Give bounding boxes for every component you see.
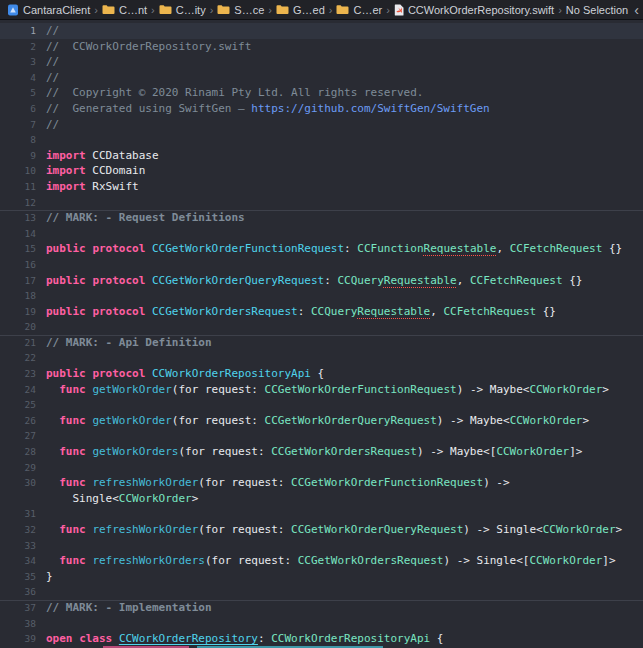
breadcrumb-label: No Selection	[566, 4, 628, 16]
line-number[interactable]: 4	[0, 70, 40, 86]
line-number[interactable]: 17	[0, 273, 40, 289]
breadcrumb-item-2[interactable]: C…ity	[159, 4, 206, 16]
line-number[interactable]: 35	[0, 569, 40, 585]
code-line[interactable]: 37// MARK: - Implementation	[0, 600, 643, 616]
line-number[interactable]: 27	[0, 428, 40, 444]
line-number[interactable]: 36	[0, 584, 40, 600]
code-line[interactable]: 15public protocol CCGetWorkOrderFunction…	[0, 241, 643, 257]
code-line[interactable]: 29	[0, 460, 643, 476]
project-icon	[7, 4, 19, 16]
code-line[interactable]: 32 func refreshWorkOrder(for request: CC…	[0, 522, 643, 538]
code-line[interactable]: 1//	[0, 23, 643, 39]
line-number[interactable]: 32	[0, 522, 40, 538]
code-text: }	[40, 569, 53, 585]
line-number[interactable]: 18	[0, 288, 40, 304]
breadcrumb-item-1[interactable]: C…nt	[102, 4, 147, 16]
line-number[interactable]: 23	[0, 366, 40, 382]
code-line[interactable]: 3//	[0, 54, 643, 70]
code-line[interactable]: 24 func getWorkOrder(for request: CCGetW…	[0, 382, 643, 398]
code-line[interactable]: 17public protocol CCGetWorkOrderQueryReq…	[0, 273, 643, 289]
code-line[interactable]: 12	[0, 195, 643, 211]
line-number[interactable]: 39	[0, 631, 40, 647]
code-line[interactable]: 10import CCDomain	[0, 163, 643, 179]
code-line[interactable]: 38	[0, 616, 643, 632]
code-line[interactable]: 23public protocol CCWorkOrderRepositoryA…	[0, 366, 643, 382]
line-number[interactable]: 15	[0, 241, 40, 257]
line-number[interactable]: 29	[0, 460, 40, 476]
folder-icon	[159, 4, 172, 15]
breadcrumb-item-4[interactable]: G…ed	[276, 4, 325, 16]
line-number[interactable]: 24	[0, 382, 40, 398]
code-line[interactable]: 5// Copyright © 2020 Rinami Pty Ltd. All…	[0, 85, 643, 101]
code-line[interactable]: 28 func getWorkOrders(for request: CCGet…	[0, 444, 643, 460]
code-editor[interactable]: 1//2// CCWorkOrderRepository.swift3//4//…	[0, 20, 643, 647]
line-number[interactable]: 9	[0, 148, 40, 164]
line-number[interactable]: 6	[0, 101, 40, 117]
breadcrumb-separator-icon: ›	[93, 4, 99, 16]
line-number[interactable]: 22	[0, 350, 40, 366]
code-line[interactable]: 20	[0, 319, 643, 335]
line-number[interactable]: 26	[0, 413, 40, 429]
code-line[interactable]: 13// MARK: - Request Definitions	[0, 210, 643, 226]
line-number[interactable]: 2	[0, 39, 40, 55]
code-text: Single<CCWorkOrder>	[40, 491, 198, 507]
line-number[interactable]: 30	[0, 475, 40, 491]
code-line[interactable]: 7//	[0, 117, 643, 133]
code-line[interactable]: 6// Generated using SwiftGen — https://g…	[0, 101, 643, 117]
code-line[interactable]: 16	[0, 257, 643, 273]
line-number[interactable]: 25	[0, 397, 40, 413]
line-number[interactable]: 8	[0, 132, 40, 148]
code-line-wrap[interactable]: Single<CCWorkOrder>	[0, 491, 643, 507]
line-number[interactable]: 10	[0, 163, 40, 179]
line-number[interactable]: 37	[0, 600, 40, 616]
line-number[interactable]: 5	[0, 85, 40, 101]
code-line[interactable]: 4//	[0, 70, 643, 86]
code-line[interactable]: 34 func refreshWorkOrders(for request: C…	[0, 553, 643, 569]
code-line[interactable]: 39open class CCWorkOrderRepository: CCWo…	[0, 631, 643, 647]
breadcrumb-item-0[interactable]: CantaraClient	[7, 4, 90, 16]
breadcrumb-item-file[interactable]: CCWorkOrderRepository.swift	[394, 4, 554, 16]
line-number[interactable]: 13	[0, 210, 40, 226]
line-number[interactable]: 1	[0, 23, 40, 39]
line-number[interactable]: 33	[0, 538, 40, 554]
code-line[interactable]: 18	[0, 288, 643, 304]
breadcrumb-separator-icon: ›	[385, 4, 391, 16]
line-number[interactable]: 34	[0, 553, 40, 569]
line-number[interactable]: 31	[0, 506, 40, 522]
code-line[interactable]: 35}	[0, 569, 643, 585]
code-line[interactable]: 9import CCDatabase	[0, 148, 643, 164]
code-line[interactable]: 25	[0, 397, 643, 413]
line-number[interactable]	[0, 491, 40, 507]
code-line[interactable]: 30 func refreshWorkOrder(for request: CC…	[0, 475, 643, 491]
line-number[interactable]: 11	[0, 179, 40, 195]
code-line[interactable]: 8	[0, 132, 643, 148]
line-number[interactable]: 19	[0, 304, 40, 320]
code-text: // CCWorkOrderRepository.swift	[40, 39, 251, 55]
related-items-chevron-icon[interactable]: ‹	[634, 3, 639, 17]
code-line[interactable]: 26 func getWorkOrder(for request: CCGetW…	[0, 413, 643, 429]
code-line[interactable]: 21// MARK: - Api Definition	[0, 335, 643, 351]
code-line[interactable]: 27	[0, 428, 643, 444]
code-text	[40, 288, 46, 304]
line-number[interactable]: 3	[0, 54, 40, 70]
breadcrumb-item-3[interactable]: S…ce	[217, 4, 264, 16]
code-line[interactable]: 22	[0, 350, 643, 366]
line-number[interactable]: 20	[0, 319, 40, 335]
line-number[interactable]: 21	[0, 335, 40, 351]
line-number[interactable]: 7	[0, 117, 40, 133]
code-line[interactable]: 31	[0, 506, 643, 522]
code-line[interactable]: 33	[0, 538, 643, 554]
line-number[interactable]: 38	[0, 616, 40, 632]
code-line[interactable]: 36	[0, 584, 643, 600]
code-line[interactable]: 14	[0, 226, 643, 242]
code-line[interactable]: 19public protocol CCGetWorkOrdersRequest…	[0, 304, 643, 320]
breadcrumb-item-5[interactable]: C…er	[336, 4, 382, 16]
breadcrumb-label: S…ce	[234, 4, 264, 16]
code-line[interactable]: 2// CCWorkOrderRepository.swift	[0, 39, 643, 55]
line-number[interactable]: 16	[0, 257, 40, 273]
breadcrumb-item-no-selection[interactable]: No Selection	[566, 4, 628, 16]
line-number[interactable]: 12	[0, 195, 40, 211]
line-number[interactable]: 14	[0, 226, 40, 242]
code-line[interactable]: 11import RxSwift	[0, 179, 643, 195]
line-number[interactable]: 28	[0, 444, 40, 460]
